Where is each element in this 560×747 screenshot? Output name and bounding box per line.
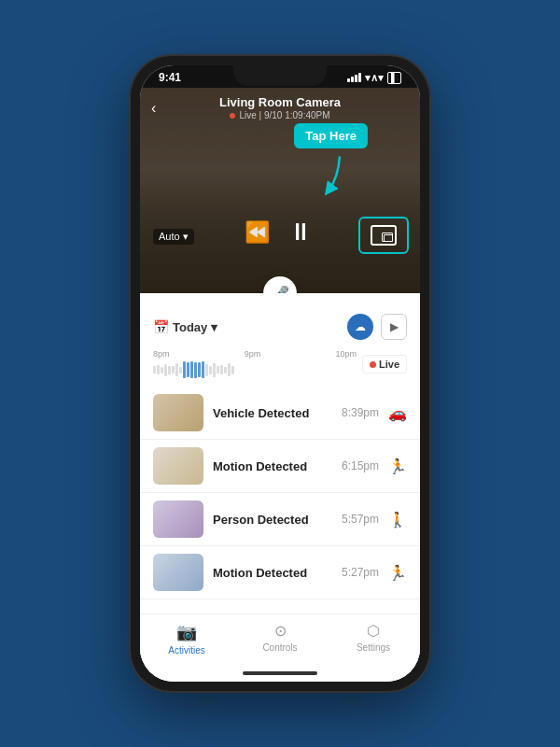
event-thumb-person: [153, 500, 203, 538]
calendar-icon: 📅: [153, 319, 169, 334]
status-time: 9:41: [159, 71, 181, 84]
event-info-vehicle: Vehicle Detected: [213, 404, 332, 421]
event-item-motion-1[interactable]: Motion Detected 6:15pm 🏃: [140, 440, 420, 493]
timeline-bars: [153, 360, 357, 379]
tab-activities[interactable]: 📷 Activities: [140, 622, 233, 655]
rewind-button[interactable]: ⏪: [245, 220, 270, 245]
mic-icon: 🎤: [271, 285, 289, 294]
event-item-motion-2[interactable]: Motion Detected 5:27pm 🏃: [140, 546, 420, 599]
settings-icon: ⬡: [367, 622, 380, 640]
motion-icon-1: 🏃: [388, 458, 407, 475]
today-label: Today ▾: [173, 320, 217, 334]
pip-button[interactable]: [371, 225, 397, 246]
bottom-panel: 📅 Today ▾ ☁ ▶ 8pm 9pm: [140, 293, 420, 682]
pause-button[interactable]: ⏸: [288, 218, 315, 247]
home-indicator: [140, 665, 420, 682]
event-time-person: 5:57pm: [342, 513, 379, 526]
back-button[interactable]: ‹: [151, 100, 156, 117]
event-item-person[interactable]: Person Detected 5:57pm 🚶: [140, 493, 420, 546]
event-time-vehicle: 8:39pm: [342, 406, 379, 419]
controls-icon: ⊙: [274, 622, 287, 640]
timeline-track[interactable]: 8pm 9pm 10pm: [153, 349, 357, 379]
camera-title-area: Living Room Camera Live | 9/10 1:09:40PM: [219, 95, 341, 120]
event-thumb-motion-2: [153, 554, 203, 591]
live-dot-icon: [230, 113, 235, 119]
event-time-motion-2: 5:27pm: [342, 566, 379, 579]
timeline-labels: 8pm 9pm 10pm: [153, 349, 357, 359]
event-name-motion-2: Motion Detected: [213, 566, 307, 580]
tap-here-tooltip[interactable]: Tap Here: [294, 123, 368, 148]
live-badge-dot-icon: [370, 361, 376, 368]
status-icons: ▾∧▾ ▌: [347, 72, 401, 84]
signal-icon: [347, 73, 361, 82]
tab-bar: 📷 Activities ⊙ Controls ⬡ Settings: [140, 613, 420, 665]
event-time-motion-1: 6:15pm: [342, 459, 379, 472]
auto-quality-button[interactable]: Auto ▾: [153, 229, 194, 245]
wifi-icon: ▾∧▾: [365, 72, 384, 84]
person-icon: 🚶: [388, 511, 407, 529]
motion-icon-2: 🏃: [388, 564, 407, 582]
phone-inner: 9:41 ▾∧▾ ▌ ‹ Living Roo: [140, 65, 420, 682]
tab-settings[interactable]: ⬡ Settings: [327, 622, 420, 655]
timeline-header: 📅 Today ▾ ☁ ▶: [140, 293, 420, 345]
vehicle-icon: 🚗: [388, 404, 407, 422]
events-list: Vehicle Detected 8:39pm 🚗 Motion Detecte…: [140, 383, 420, 613]
home-bar-icon: [243, 671, 317, 675]
settings-label: Settings: [357, 642, 390, 653]
camera-header: ‹ Living Room Camera Live | 9/10 1:09:40…: [140, 88, 420, 124]
live-badge: Live: [362, 355, 407, 374]
camera-view: ‹ Living Room Camera Live | 9/10 1:09:40…: [140, 88, 420, 293]
gallery-icon: ▶: [390, 320, 399, 333]
live-badge-label: Live: [379, 359, 399, 370]
notch: [233, 65, 327, 86]
event-thumb-vehicle: [153, 394, 203, 431]
battery-icon: ▌: [387, 72, 401, 84]
header-icons: ☁ ▶: [347, 314, 407, 340]
gallery-button[interactable]: ▶: [381, 314, 407, 340]
live-timestamp: Live | 9/10 1:09:40PM: [239, 110, 329, 120]
controls-label: Controls: [262, 642, 297, 653]
cloud-storage-button[interactable]: ☁: [347, 314, 373, 340]
live-indicator: Live | 9/10 1:09:40PM: [219, 110, 341, 120]
event-name-motion-1: Motion Detected: [213, 459, 307, 473]
pip-highlight-box: [358, 217, 409, 254]
event-info-person: Person Detected: [213, 511, 332, 528]
event-info-motion-2: Motion Detected: [213, 564, 332, 581]
activities-icon: 📷: [176, 622, 197, 642]
event-name-vehicle: Vehicle Detected: [213, 406, 309, 420]
phone-frame: 9:41 ▾∧▾ ▌ ‹ Living Roo: [131, 56, 429, 691]
event-thumb-motion-1: [153, 447, 203, 485]
timeline-scrubber[interactable]: 8pm 9pm 10pm: [140, 345, 420, 383]
today-filter-button[interactable]: 📅 Today ▾: [153, 319, 217, 334]
event-item-vehicle[interactable]: Vehicle Detected 8:39pm 🚗: [140, 387, 420, 440]
event-name-person: Person Detected: [213, 513, 309, 527]
cloud-icon: ☁: [355, 320, 366, 333]
tab-controls[interactable]: ⊙ Controls: [233, 622, 327, 655]
event-info-motion-1: Motion Detected: [213, 458, 332, 474]
camera-title: Living Room Camera: [219, 95, 341, 109]
activities-label: Activities: [168, 645, 204, 655]
